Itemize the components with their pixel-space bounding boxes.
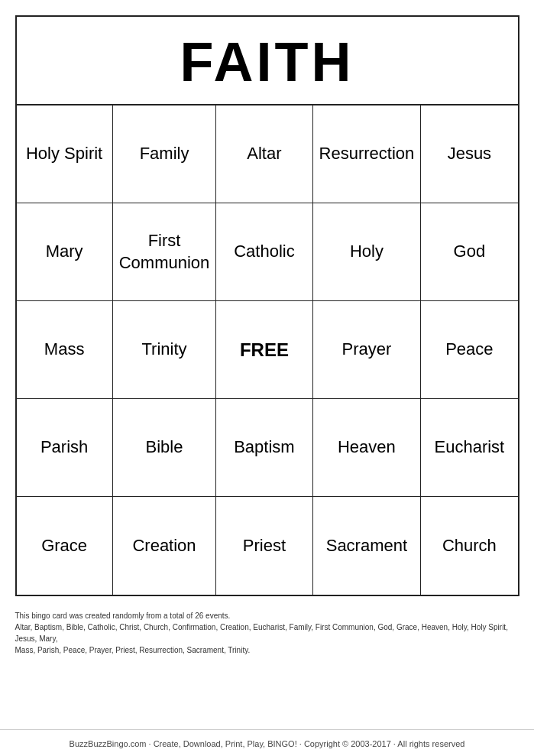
- bingo-cell: Jesus: [421, 105, 517, 203]
- bingo-cell: Resurrection: [313, 105, 422, 203]
- bingo-cell: Grace: [17, 497, 113, 595]
- bingo-cell: God: [421, 203, 517, 301]
- bingo-cell: Holy Spirit: [17, 105, 113, 203]
- footer-info: This bingo card was created randomly fro…: [15, 610, 519, 656]
- bingo-cell: Baptism: [216, 399, 312, 497]
- bingo-cell: Parish: [17, 399, 113, 497]
- bingo-cell: Holy: [313, 203, 422, 301]
- bingo-cell: Catholic: [216, 203, 312, 301]
- bingo-card: FAITH Holy SpiritFamilyAltarResurrection…: [15, 15, 519, 596]
- bingo-cell: Creation: [113, 497, 217, 595]
- footer-line1: This bingo card was created randomly fro…: [15, 610, 519, 621]
- bingo-cell: Mary: [17, 203, 113, 301]
- bingo-cell: Trinity: [113, 301, 217, 399]
- bingo-cell: Sacrament: [313, 497, 422, 595]
- bingo-cell: Prayer: [313, 301, 422, 399]
- bingo-cell: Church: [421, 497, 517, 595]
- bingo-cell: Altar: [216, 105, 312, 203]
- bingo-cell: Bible: [113, 399, 217, 497]
- footer-bottom: BuzzBuzzBingo.com · Create, Download, Pr…: [0, 729, 534, 756]
- card-title: FAITH: [17, 17, 518, 105]
- bingo-cell: Peace: [421, 301, 517, 399]
- bingo-grid: Holy SpiritFamilyAltarResurrectionJesusM…: [17, 105, 518, 595]
- bingo-cell: First Communion: [113, 203, 217, 301]
- free-cell: FREE: [216, 301, 312, 399]
- bingo-cell: Mass: [17, 301, 113, 399]
- bingo-cell: Eucharist: [421, 399, 517, 497]
- footer-line2: Altar, Baptism, Bible, Catholic, Christ,…: [15, 621, 519, 644]
- bingo-cell: Family: [113, 105, 217, 203]
- footer-line3: Mass, Parish, Peace, Prayer, Priest, Res…: [15, 644, 519, 656]
- bingo-cell: Heaven: [313, 399, 422, 497]
- bingo-cell: Priest: [216, 497, 312, 595]
